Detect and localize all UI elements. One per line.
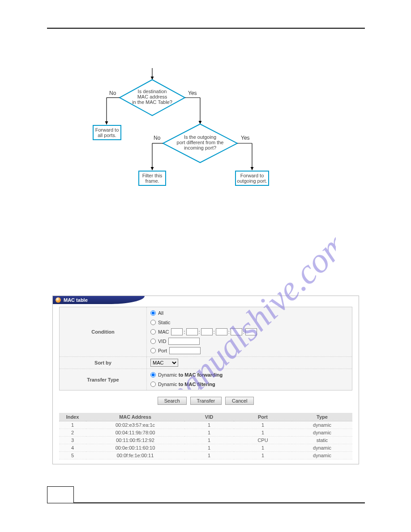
th-index: Index — [59, 413, 86, 421]
svg-text:port different from the: port different from the — [177, 140, 224, 145]
table-row: 100:02:e3:57:ea:1c11dynamic — [59, 421, 352, 429]
top-rule — [47, 28, 365, 29]
radio-mac[interactable]: MAC : : : : : — [150, 328, 348, 336]
radio-static-input[interactable] — [150, 320, 156, 325]
cell-vid: 1 — [184, 452, 234, 459]
cell-type: dynamic — [292, 452, 352, 459]
panel-header: MAC table — [53, 296, 145, 304]
table-header-row: Index MAC Address VID Port Type — [59, 413, 352, 421]
mac-oct-6[interactable] — [245, 328, 257, 335]
table-row: 200:04:11:9b:78:0011dynamic — [59, 429, 352, 437]
header-dot-icon — [56, 297, 61, 303]
table-row: 500:0f:fe:1e:00:1111dynamic — [59, 452, 352, 459]
radio-dyn-filt[interactable]: Dynamic to MAC filtering — [150, 380, 348, 388]
port-input[interactable] — [169, 347, 201, 354]
cancel-button[interactable]: Cancel — [225, 397, 254, 405]
cell-port: CPU — [234, 437, 292, 444]
cell-type: dynamic — [292, 421, 352, 429]
mac-oct-5[interactable] — [231, 328, 242, 335]
radio-dyn-fwd[interactable]: Dynamic to MAC forwarding — [150, 371, 348, 379]
cell-vid: 1 — [184, 444, 234, 452]
radio-mac-input[interactable] — [150, 329, 156, 335]
cell-vid: 1 — [184, 421, 234, 429]
mac-oct-4[interactable] — [216, 328, 227, 335]
cell-port: 1 — [234, 444, 292, 452]
radio-dyn-fwd-input[interactable] — [150, 372, 156, 378]
cell-index: 3 — [59, 437, 86, 444]
cell-mac: 00:11:00:f5:12:92 — [86, 437, 184, 444]
radio-dyn-filt-input[interactable] — [150, 382, 156, 387]
transfer-button[interactable]: Transfer — [190, 397, 222, 405]
sortby-select[interactable]: MAC — [150, 359, 178, 367]
mac-oct-3[interactable] — [201, 328, 213, 335]
cell-type: dynamic — [292, 429, 352, 437]
radio-vid-input[interactable] — [150, 339, 156, 344]
svg-text:in the MAC Table?: in the MAC Table? — [132, 99, 172, 105]
radio-all[interactable]: All — [150, 309, 348, 317]
footer-box — [47, 486, 74, 503]
cell-port: 1 — [234, 452, 292, 459]
result-table: Index MAC Address VID Port Type 100:02:e… — [59, 413, 352, 459]
cell-mac: 00:0e:00:11:60:10 — [86, 444, 184, 452]
svg-text:frame.: frame. — [145, 178, 159, 184]
cell-port: 1 — [234, 429, 292, 437]
svg-text:MAC address: MAC address — [137, 94, 167, 99]
svg-text:Forward to: Forward to — [240, 173, 264, 178]
cell-type: dynamic — [292, 444, 352, 452]
radio-port[interactable]: Port — [150, 347, 348, 355]
yes-label-1: Yes — [188, 90, 197, 96]
th-vid: VID — [184, 413, 234, 421]
table-row: 400:0e:00:11:60:1011dynamic — [59, 444, 352, 452]
cell-vid: 1 — [184, 429, 234, 437]
vid-input[interactable] — [168, 338, 200, 345]
cell-index: 2 — [59, 429, 86, 437]
th-port: Port — [234, 413, 292, 421]
mac-inputs: : : : : : — [171, 328, 257, 335]
condition-label: Condition — [60, 307, 147, 356]
mac-oct-1[interactable] — [171, 328, 183, 335]
table-row: 300:11:00:f5:12:921CPUstatic — [59, 437, 352, 444]
transfer-type-label: Transfer Type — [60, 369, 147, 390]
th-mac: MAC Address — [86, 413, 184, 421]
radio-static[interactable]: Static — [150, 318, 348, 326]
cell-mac: 00:04:11:9b:78:00 — [86, 429, 184, 437]
svg-text:Is destination: Is destination — [138, 89, 167, 94]
svg-text:all ports.: all ports. — [98, 133, 116, 138]
svg-text:Filter this: Filter this — [142, 173, 163, 178]
flowchart: Is destination MAC address in the MAC Ta… — [90, 68, 287, 196]
radio-all-input[interactable] — [150, 310, 156, 316]
panel-title: MAC table — [64, 297, 88, 303]
yes-label-2: Yes — [241, 135, 250, 141]
form-area: Condition All Static MAC : — [59, 307, 352, 390]
no-label-2: No — [154, 135, 161, 141]
cell-index: 4 — [59, 444, 86, 452]
cell-type: static — [292, 437, 352, 444]
button-row: Search Transfer Cancel — [59, 390, 352, 413]
footer-rule — [74, 502, 365, 503]
search-button[interactable]: Search — [158, 397, 187, 405]
no-label-1: No — [109, 90, 116, 96]
cell-vid: 1 — [184, 437, 234, 444]
th-type: Type — [292, 413, 352, 421]
mac-oct-2[interactable] — [186, 328, 198, 335]
svg-text:outgoing port.: outgoing port. — [237, 178, 267, 184]
sortby-label: Sort by — [60, 357, 147, 369]
svg-text:Forward to: Forward to — [95, 127, 119, 133]
cell-port: 1 — [234, 421, 292, 429]
radio-port-input[interactable] — [150, 348, 156, 353]
mac-table-panel: MAC table Condition All Static — [52, 296, 359, 464]
cell-index: 1 — [59, 421, 86, 429]
cell-mac: 00:0f:fe:1e:00:11 — [86, 452, 184, 459]
cell-index: 5 — [59, 452, 86, 459]
svg-text:Is the outgoing: Is the outgoing — [184, 134, 216, 140]
svg-text:incoming port?: incoming port? — [184, 145, 216, 150]
radio-vid[interactable]: VID — [150, 337, 348, 345]
cell-mac: 00:02:e3:57:ea:1c — [86, 421, 184, 429]
